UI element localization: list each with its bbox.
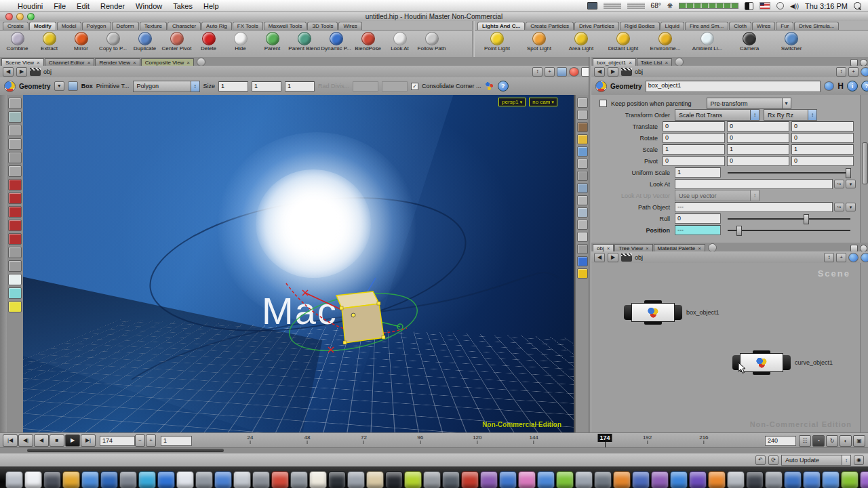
dock-app-icon[interactable] [632, 471, 650, 488]
help-icon[interactable]: ? [861, 81, 868, 92]
dropdown-stepper-icon[interactable]: ↕ [750, 110, 759, 120]
shelf-tool[interactable]: Spot Light [518, 31, 560, 57]
dock-app-icon[interactable] [708, 471, 726, 488]
vector-y-field[interactable]: 1 [727, 144, 789, 155]
dock-app-icon[interactable] [860, 471, 868, 488]
stowbar[interactable] [0, 95, 7, 432]
contrast-icon[interactable] [745, 2, 753, 10]
vector-x-field[interactable]: 0 [663, 133, 725, 143]
range-end-field[interactable]: 240 [765, 436, 796, 446]
path-text[interactable]: obj [635, 68, 643, 75]
size-y-field[interactable]: 1 [252, 81, 281, 92]
viewport-tool-icon[interactable] [8, 165, 22, 177]
vector-z-field[interactable]: 0 [791, 156, 854, 166]
camera-persp-badge[interactable]: persp1 [498, 98, 526, 106]
playbar-options-icon[interactable]: ▣ [853, 435, 865, 447]
size-x-field[interactable]: 1 [218, 81, 248, 92]
dropdown-caret-icon[interactable]: ▾ [782, 98, 791, 108]
back-icon[interactable]: ◀ [594, 253, 605, 262]
realtime-toggle-icon[interactable]: ◔ [812, 435, 825, 447]
shelf-tab[interactable]: Fur [776, 22, 793, 30]
dock-app-icon[interactable] [594, 471, 612, 488]
viewport-tool-icon[interactable] [8, 247, 22, 258]
shelf-tool[interactable]: Dynamic P... [320, 31, 352, 57]
dock-app-icon[interactable] [309, 471, 327, 488]
position-slider[interactable] [728, 226, 850, 235]
viewport-tool-icon[interactable] [8, 138, 22, 150]
shelf-tool[interactable]: Point Light [476, 31, 518, 57]
shelf-tool[interactable]: Follow Path [416, 31, 448, 57]
dock-app-icon[interactable] [24, 471, 42, 488]
shelf-tool[interactable]: Look At [384, 31, 416, 57]
undo-icon[interactable]: ↶ [755, 455, 766, 465]
dock-app-icon[interactable] [651, 471, 669, 488]
viewport-display-icon[interactable] [577, 98, 588, 108]
expand-icon[interactable]: + [836, 253, 846, 262]
dropdown-stepper-icon[interactable]: ↕ [842, 455, 850, 465]
shelf-tab[interactable]: Modify [29, 22, 56, 30]
clock-label[interactable]: Thu 3:16 PM [805, 2, 848, 10]
target-icon[interactable] [848, 253, 859, 262]
viewport-display-icon[interactable] [577, 146, 588, 157]
notification-bell-icon[interactable]: ◉ [854, 455, 864, 465]
target-icon[interactable] [861, 67, 868, 77]
params-scrollbar[interactable] [860, 95, 868, 243]
node-label[interactable]: curve_object1 [795, 359, 833, 366]
scene-viewport[interactable]: Mac persp1 no cam Non-Commercial Edit [23, 95, 574, 432]
shelf-tab[interactable]: Lights And C... [477, 22, 525, 30]
dock-app-icon[interactable] [290, 471, 308, 488]
forward-icon[interactable]: ▶ [608, 253, 618, 262]
uniform-scale-slider[interactable] [728, 168, 850, 177]
op-jump-icon[interactable]: ▾ [846, 203, 856, 211]
network-type-icon[interactable] [621, 68, 632, 76]
dock-app-icon[interactable] [366, 471, 384, 488]
transport-button[interactable]: ▶ [65, 434, 80, 447]
vector-x-field[interactable]: 0 [663, 121, 725, 131]
back-icon[interactable]: ◀ [594, 67, 605, 77]
frame-decrement-button[interactable]: − [135, 434, 145, 447]
expand-icon[interactable]: + [848, 67, 859, 77]
op-chooser-icon[interactable]: ↪ [834, 180, 844, 188]
dock-app-icon[interactable] [138, 471, 156, 488]
roll-field[interactable]: 0 [675, 214, 721, 224]
volume-icon[interactable]: ◀)) [790, 3, 799, 9]
transport-button[interactable]: ◀ [34, 434, 49, 447]
transport-button[interactable]: |◀ [3, 434, 18, 447]
dock-app-icon[interactable] [385, 471, 403, 488]
viewport-display-icon[interactable] [577, 171, 588, 181]
dock-app-icon[interactable] [176, 471, 194, 488]
shelf-tab[interactable]: Create [3, 22, 28, 30]
stepper-icon[interactable]: ↕ [824, 253, 834, 262]
network-scrollbar[interactable] [860, 263, 868, 434]
shelf-tab[interactable]: Texture [140, 22, 167, 30]
viewport-display-icon[interactable] [577, 110, 588, 120]
shelf-tab[interactable]: Drive Particles [574, 22, 619, 30]
dock-app-icon[interactable] [423, 471, 441, 488]
forward-icon[interactable]: ▶ [16, 67, 27, 77]
viewport-display-icon[interactable] [577, 268, 588, 279]
dock-app-icon[interactable] [670, 471, 688, 488]
shelf-tool[interactable]: Copy to P... [97, 31, 129, 57]
dock-app-icon[interactable] [765, 471, 783, 488]
stepper-icon[interactable]: ↕ [532, 67, 542, 77]
shelf-tool[interactable]: Center Pivot [161, 31, 193, 57]
menu-item[interactable]: Edit [77, 2, 90, 10]
network-type-icon[interactable] [30, 68, 41, 76]
dock-app-icon[interactable] [62, 471, 80, 488]
viewport-tool-icon[interactable] [8, 301, 22, 312]
dropdown-stepper-icon[interactable]: ↕ [808, 110, 816, 120]
shelf-tab[interactable]: Rigid Bodies [620, 22, 660, 30]
camera-select-badge[interactable]: no cam [529, 98, 557, 106]
shelf-tool[interactable]: Camera [728, 31, 770, 57]
dock-app-icon[interactable] [157, 471, 175, 488]
playhead-badge[interactable]: 174 [598, 434, 612, 442]
rotate-order-dropdown[interactable]: Rx Ry Rz ↕ [764, 109, 817, 121]
node-name-field[interactable]: box_object1 [646, 81, 821, 92]
roll-slider[interactable] [728, 214, 850, 223]
viewport-display-icon[interactable] [577, 232, 588, 242]
node-body[interactable] [631, 303, 675, 322]
shelf-tab[interactable]: Auto Rig [201, 22, 232, 30]
dock-app-icon[interactable] [5, 471, 23, 488]
us-flag-icon[interactable] [760, 2, 770, 9]
primitive-type-dropdown[interactable]: Polygon ↕ [133, 81, 200, 92]
